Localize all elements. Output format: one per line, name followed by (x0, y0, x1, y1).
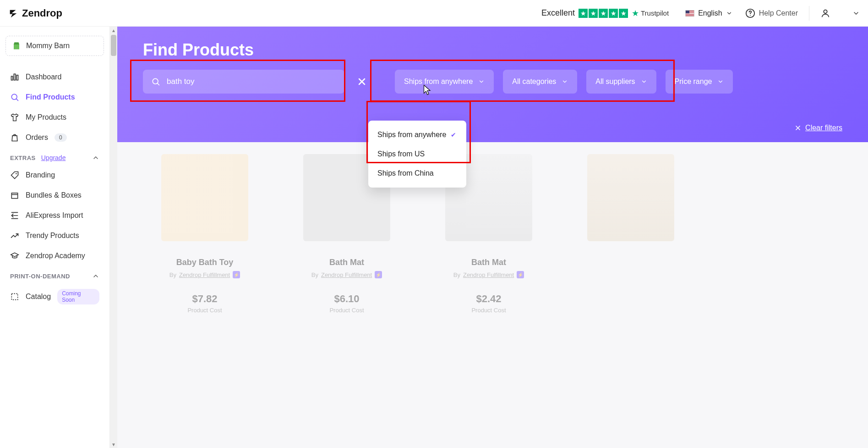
language-selector[interactable]: English (685, 9, 732, 17)
sidebar-item-orders[interactable]: Orders 0 (5, 127, 104, 148)
help-center-label: Help Center (759, 9, 798, 17)
ships-option-anywhere[interactable]: Ships from anywhere ✔ (368, 125, 466, 144)
product-supplier: By Zendrop Fulfillment ⚡ (453, 271, 524, 278)
clear-search-button[interactable] (354, 73, 370, 90)
page-title: Find Products (143, 40, 842, 60)
chevron-down-icon (478, 78, 485, 85)
sidebar-item-bundles[interactable]: Bundles & Boxes (5, 185, 104, 205)
close-icon (794, 124, 802, 132)
catalog-icon (10, 292, 19, 301)
help-center-link[interactable]: Help Center (745, 8, 798, 18)
ships-from-dropdown: Ships from anywhere ✔ Ships from US Ship… (368, 121, 466, 188)
filter-price-range[interactable]: Price range (666, 70, 733, 94)
product-title: Baby Bath Toy (176, 258, 234, 267)
bolt-icon: ⚡ (375, 271, 382, 278)
brand-name: Zendrop (22, 7, 62, 19)
store-icon (12, 42, 21, 50)
filter-row: Ships from anywhere All categories All s… (395, 70, 733, 94)
bolt-icon: ⚡ (233, 271, 240, 278)
chevron-down-icon (641, 78, 647, 85)
clear-filters-button[interactable]: Clear filters (794, 124, 842, 132)
tshirt-icon (10, 113, 19, 122)
scroll-up-icon[interactable]: ▲ (110, 27, 117, 34)
search-input[interactable] (167, 77, 336, 86)
rating-label: Excellent (541, 8, 575, 18)
svg-point-7 (16, 173, 17, 174)
filter-label: All suppliers (595, 77, 635, 86)
sidebar-item-academy[interactable]: Zendrop Academy (5, 246, 104, 266)
bag-icon (10, 133, 19, 142)
product-card[interactable] (569, 154, 693, 314)
option-label: Ships from China (377, 169, 434, 177)
divider (809, 6, 809, 21)
product-grid: Baby Bath Toy By Zendrop Fulfillment ⚡ $… (117, 142, 868, 326)
chevron-down-icon (562, 78, 568, 85)
main-content: Find Products Ships from anywhere All ca… (117, 27, 868, 448)
chevron-up-icon[interactable] (92, 154, 99, 161)
chevron-down-icon (717, 78, 724, 85)
search-field-wrap (143, 70, 344, 94)
topbar: Zendrop Excellent ★★★★★ ★ Trustpilot Eng… (0, 0, 868, 27)
option-label: Ships from anywhere (377, 131, 446, 139)
filter-categories[interactable]: All categories (503, 70, 577, 94)
sidebar-item-aliexpress[interactable]: AliExpress Import (5, 205, 104, 226)
svg-rect-3 (11, 76, 13, 80)
product-cost-label: Product Cost (471, 307, 506, 314)
filter-ships-from[interactable]: Ships from anywhere (395, 70, 494, 94)
scroll-down-icon[interactable]: ▼ (110, 441, 117, 448)
product-title: Bath Mat (471, 258, 506, 267)
box-icon (10, 191, 19, 200)
ships-option-us[interactable]: Ships from US (368, 144, 466, 164)
sidebar-item-label: AliExpress Import (26, 211, 83, 220)
sidebar-item-my-products[interactable]: My Products (5, 107, 104, 127)
coming-soon-badge: Coming Soon (57, 289, 99, 304)
filter-suppliers[interactable]: All suppliers (586, 70, 656, 94)
sidebar: Mommy Barn Dashboard Find Products My Pr… (0, 27, 110, 448)
sidebar-item-label: Zendrop Academy (26, 252, 85, 260)
trustpilot-rating[interactable]: Excellent ★★★★★ ★ Trustpilot (541, 8, 669, 18)
product-thumbnail (161, 154, 248, 241)
chevron-up-icon[interactable] (92, 272, 99, 280)
scrollbar[interactable]: ▲ ▼ (110, 27, 117, 448)
store-selector[interactable]: Mommy Barn (5, 36, 104, 56)
stars-icon: ★★★★★ (579, 9, 628, 18)
import-icon (10, 211, 19, 220)
search-icon (151, 77, 160, 86)
user-menu[interactable] (820, 8, 860, 18)
find-products-hero: Find Products Ships from anywhere All ca… (117, 27, 868, 142)
product-supplier: By Zendrop Fulfillment ⚡ (169, 271, 240, 278)
product-price: $2.42 (476, 293, 501, 305)
dashboard-icon (10, 72, 19, 82)
sidebar-item-label: Dashboard (26, 73, 61, 81)
trustpilot-label: ★ Trustpilot (632, 8, 669, 18)
brand-mark-icon (8, 8, 18, 18)
product-supplier: By Zendrop Fulfillment ⚡ (311, 271, 382, 278)
sidebar-item-find-products[interactable]: Find Products (5, 87, 104, 107)
sidebar-item-branding[interactable]: Branding (5, 165, 104, 185)
sidebar-item-label: Bundles & Boxes (26, 191, 82, 199)
product-card[interactable]: Baby Bath Toy By Zendrop Fulfillment ⚡ $… (143, 154, 267, 314)
filter-label: All categories (512, 77, 556, 86)
product-cost-label: Product Cost (187, 307, 222, 314)
sidebar-item-trendy[interactable]: Trendy Products (5, 226, 104, 246)
product-price: $6.10 (334, 293, 359, 305)
upgrade-link[interactable]: Upgrade (41, 154, 66, 161)
search-icon (10, 93, 19, 102)
brand-logo[interactable]: Zendrop (8, 7, 62, 19)
sidebar-item-dashboard[interactable]: Dashboard (5, 67, 104, 87)
sidebar-item-catalog[interactable]: Catalog Coming Soon (5, 283, 104, 310)
clear-filters-label: Clear filters (805, 124, 842, 132)
ships-option-china[interactable]: Ships from China (368, 164, 466, 183)
language-label: English (698, 9, 722, 17)
academy-icon (10, 251, 19, 260)
sidebar-item-label: My Products (26, 113, 66, 122)
product-thumbnail (587, 154, 674, 241)
tag-icon (10, 171, 19, 180)
chevron-down-icon (726, 10, 732, 17)
scrollbar-thumb[interactable] (111, 35, 116, 56)
pod-section-header: PRINT-ON-DEMAND (5, 266, 104, 283)
product-cost-label: Product Cost (329, 307, 364, 314)
svg-rect-5 (16, 75, 18, 80)
extras-section-header: EXTRAS Upgrade (5, 148, 104, 165)
filter-label: Ships from anywhere (404, 77, 473, 86)
